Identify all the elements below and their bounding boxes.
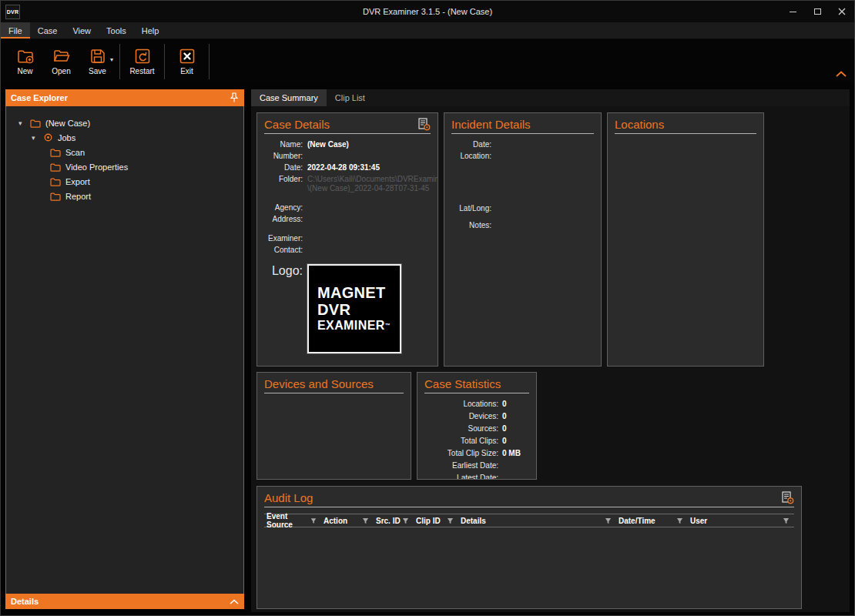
restart-button[interactable]: Restart (124, 42, 160, 82)
locations-title: Locations (615, 118, 664, 131)
case-explorer-tree: ▾ (New Case) ▾ Jobs (5, 106, 244, 594)
filter-icon[interactable] (362, 517, 369, 524)
tree-item-export[interactable]: Export (6, 174, 243, 189)
window-title: DVR Examiner 3.1.5 - (New Case) (1, 7, 854, 16)
case-summary-content: Case Details Name: (New Case) (251, 106, 850, 612)
locations-panel: Locations (607, 112, 764, 367)
case-details-title: Case Details (264, 118, 330, 131)
exit-button[interactable]: Exit (169, 42, 205, 82)
menu-file[interactable]: File (1, 22, 30, 38)
case-statistics-header: Case Statistics (424, 377, 529, 393)
column-date-time[interactable]: Date/Time (616, 514, 688, 527)
stat-total-clips: Total Clips: 0 (424, 437, 529, 446)
incident-details-header: Incident Details (451, 118, 594, 134)
save-case-button[interactable]: ▾ Save (79, 42, 116, 82)
column-details[interactable]: Details (458, 514, 616, 527)
open-case-button[interactable]: Open (43, 42, 79, 82)
locations-header: Locations (615, 118, 756, 134)
stat-latest-date: Latest Date: (424, 474, 529, 480)
app-window: DVR DVR Examiner 3.1.5 - (New Case) File… (0, 0, 855, 616)
minimize-icon (790, 12, 796, 12)
exit-button-label: Exit (180, 67, 193, 75)
column-user[interactable]: User (688, 514, 794, 527)
tab-clip-list[interactable]: Clip List (327, 89, 374, 106)
chevron-up-icon (836, 71, 847, 77)
column-action[interactable]: Action (321, 514, 374, 527)
field-examiner: Examiner: (264, 234, 431, 243)
filter-icon[interactable] (310, 517, 317, 524)
tree-item-label: (New Case) (45, 119, 90, 128)
case-explorer-panel: Case Explorer ▾ (New Case) ▾ (5, 89, 244, 609)
column-event-source[interactable]: Event Source (264, 514, 321, 527)
field-date: Date: 2022-04-28 09:31:45 (264, 163, 431, 172)
tree-item-scan[interactable]: Scan (6, 145, 243, 159)
tree-item-label: Jobs (58, 133, 75, 142)
close-button[interactable] (830, 1, 854, 22)
tree-item-video-properties[interactable]: Video Properties (6, 159, 243, 174)
devices-sources-panel: Devices and Sources (256, 372, 411, 480)
audit-log-header: Audit Log (264, 491, 794, 507)
filter-icon[interactable] (676, 517, 683, 524)
tab-case-summary[interactable]: Case Summary (251, 89, 327, 106)
case-logo-image: MAGNET DVR EXAMINER™ (307, 264, 401, 353)
folder-icon (30, 119, 41, 128)
edit-report-icon[interactable] (417, 118, 431, 131)
case-explorer-title: Case Explorer (11, 93, 68, 102)
case-details-header: Case Details (264, 118, 431, 134)
audit-log-panel: Audit Log Event Source (256, 486, 802, 609)
toolbar-divider (164, 44, 165, 79)
menu-case[interactable]: Case (30, 22, 65, 38)
field-incident-latlong: Lat/Long: (451, 204, 594, 213)
pin-icon[interactable] (230, 92, 239, 103)
filter-icon[interactable] (605, 517, 612, 524)
audit-table-header: Event Source Action Src. ID Clip ID (264, 514, 794, 527)
incident-details-panel: Incident Details Date: Location: Lat/Lon… (444, 112, 602, 367)
field-incident-notes: Notes: (451, 221, 594, 230)
incident-details-title: Incident Details (451, 118, 531, 131)
tree-item-label: Scan (65, 148, 85, 157)
ribbon-collapse-button[interactable] (836, 66, 847, 80)
exit-icon (178, 47, 196, 65)
stat-earliest-date: Earliest Date: (424, 461, 529, 470)
title-bar: DVR DVR Examiner 3.1.5 - (New Case) (1, 1, 854, 22)
tree-item-label: Video Properties (65, 162, 128, 172)
field-agency: Agency: (264, 203, 431, 213)
audit-report-icon[interactable] (781, 491, 794, 504)
toolbar: New Open ▾ Save Restart (1, 39, 854, 83)
expander-icon[interactable]: ▾ (32, 134, 43, 142)
maximize-icon (814, 8, 821, 15)
save-button-label: Save (89, 67, 106, 75)
menu-view[interactable]: View (65, 22, 99, 38)
column-clip-id[interactable]: Clip ID (414, 514, 458, 527)
restart-button-label: Restart (129, 67, 154, 75)
details-bar-label: Details (11, 597, 39, 606)
devices-sources-header: Devices and Sources (264, 377, 404, 393)
menu-tools[interactable]: Tools (99, 22, 134, 38)
minimize-button[interactable] (780, 1, 805, 22)
new-case-button[interactable]: New (7, 42, 43, 82)
folder-icon (50, 177, 61, 186)
save-dropdown-caret-icon[interactable]: ▾ (110, 56, 113, 63)
column-src-id[interactable]: Src. ID (374, 514, 414, 527)
details-bar[interactable]: Details (5, 594, 244, 609)
field-contact: Contact: (264, 246, 431, 255)
tree-item-new-case[interactable]: ▾ (New Case) (6, 116, 243, 130)
folder-path: C:\Users\Kaili\Documents\DVRExaminer\Cas… (307, 175, 438, 193)
menu-help[interactable]: Help (134, 22, 167, 38)
tree-item-report[interactable]: Report (6, 189, 243, 203)
expander-icon[interactable]: ▾ (18, 119, 30, 127)
field-number: Number: (264, 152, 431, 161)
menu-bar: File Case View Tools Help (1, 22, 854, 39)
tab-bar: Case Summary Clip List (251, 89, 850, 106)
toolbar-divider (119, 44, 120, 79)
case-statistics-panel: Case Statistics Locations: 0 Devices: 0 … (417, 372, 537, 480)
new-button-label: New (17, 67, 32, 75)
filter-icon[interactable] (402, 517, 409, 524)
stat-total-clip-size: Total Clip Size: 0 MB (424, 449, 529, 458)
tree-item-jobs[interactable]: ▾ Jobs (6, 130, 243, 145)
filter-icon[interactable] (783, 517, 790, 524)
filter-icon[interactable] (447, 517, 454, 524)
maximize-button[interactable] (805, 1, 830, 22)
app-logo-icon: DVR (5, 5, 20, 19)
main-panel: Case Summary Clip List Case Details (251, 89, 850, 612)
